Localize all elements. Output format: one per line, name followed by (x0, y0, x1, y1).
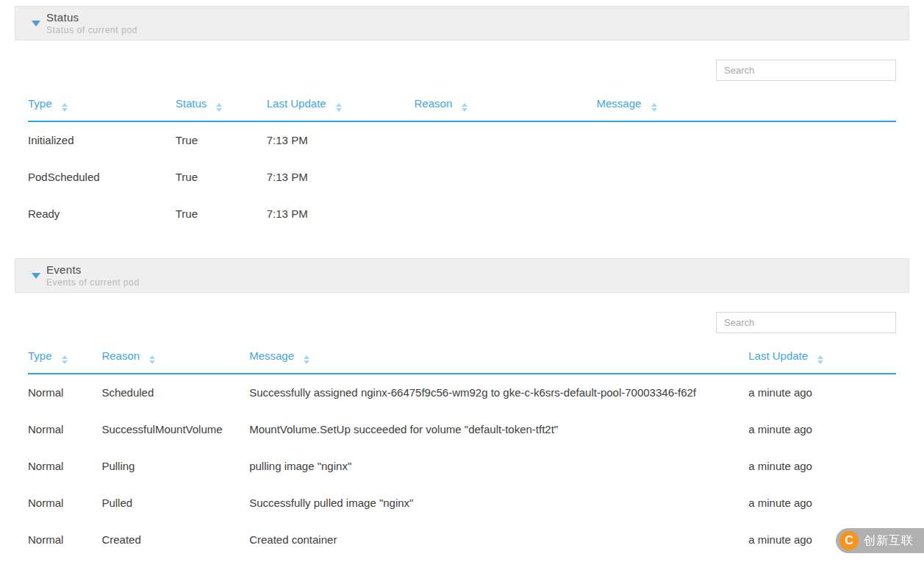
collapse-arrow-icon[interactable] (32, 21, 40, 26)
cell-message: Successfully pulled image "nginx" (249, 485, 748, 522)
table-row[interactable]: Normal Pulling pulling image "nginx" a m… (28, 448, 896, 485)
brand-icon: C (839, 531, 859, 550)
status-search-row (28, 60, 896, 81)
cell-reason (415, 196, 597, 232)
status-col-message[interactable]: Message (597, 97, 896, 121)
column-label: Type (28, 97, 52, 110)
table-row[interactable]: Normal SuccessfulMountVolume MountVolume… (28, 411, 896, 448)
column-label: Message (249, 349, 294, 362)
column-label: Reason (415, 97, 453, 110)
cell-message: MountVolume.SetUp succeeded for volume "… (249, 411, 748, 448)
cell-type: PodScheduled (28, 159, 176, 196)
sort-icon[interactable] (216, 103, 222, 112)
cell-last-update: a minute ago (748, 411, 896, 448)
status-table: Type Status Last Update Reason (28, 97, 896, 232)
brand-icon-letter: C (845, 534, 853, 547)
sort-icon[interactable] (304, 355, 309, 364)
cell-reason (415, 121, 597, 159)
column-label: Reason (101, 349, 140, 362)
watermark: C 创新互联 (836, 528, 924, 553)
cell-last-update: a minute ago (748, 558, 896, 562)
table-row[interactable]: Normal Scheduled Successfully assigned n… (28, 374, 896, 411)
cell-last-update: 7:13 PM (267, 196, 415, 232)
cell-message: Created container (249, 522, 748, 558)
cell-status: True (176, 196, 267, 232)
cell-type: Initialized (28, 121, 176, 159)
cell-type: Normal (28, 411, 101, 448)
status-col-last-update[interactable]: Last Update (267, 97, 415, 121)
events-search-row (28, 312, 896, 333)
status-panel-title: Status (46, 11, 137, 24)
sort-icon[interactable] (62, 103, 68, 112)
events-col-reason[interactable]: Reason (101, 349, 249, 374)
cell-type: Normal (28, 448, 101, 485)
events-col-type[interactable]: Type (28, 349, 101, 374)
events-panel-title: Events (46, 263, 140, 276)
status-table-header-row: Type Status Last Update Reason (28, 97, 896, 121)
cell-last-update: a minute ago (748, 374, 896, 411)
watermark-text: 创新互联 (864, 533, 914, 549)
cell-last-update: a minute ago (748, 485, 896, 522)
status-panel: Status Status of current pod Type Status (15, 6, 909, 250)
events-col-last-update[interactable]: Last Update (748, 349, 896, 374)
collapse-arrow-icon[interactable] (32, 273, 40, 279)
column-label: Message (597, 97, 642, 110)
cell-type: Normal (28, 522, 101, 558)
cell-message (597, 196, 896, 232)
cell-message: pulling image "nginx" (249, 448, 748, 485)
status-panel-subtitle: Status of current pod (46, 25, 137, 35)
events-table-header-row: Type Reason Message Last Update (28, 349, 896, 374)
events-col-message[interactable]: Message (249, 349, 748, 374)
column-label: Type (28, 349, 52, 362)
events-panel-header[interactable]: Events Events of current pod (15, 258, 909, 293)
status-panel-header[interactable]: Status Status of current pod (15, 6, 909, 40)
cell-reason: Pulling (101, 448, 249, 485)
column-label: Last Update (748, 349, 808, 362)
table-row[interactable]: Initialized True 7:13 PM (28, 121, 896, 159)
cell-status: True (176, 159, 267, 196)
cell-last-update: 7:13 PM (267, 159, 415, 196)
events-table: Type Reason Message Last Update (28, 349, 896, 562)
sort-icon[interactable] (462, 103, 468, 112)
status-col-reason[interactable]: Reason (415, 97, 597, 121)
cell-last-update: a minute ago (748, 448, 896, 485)
cell-type: Normal (28, 374, 101, 411)
cell-message (597, 121, 896, 159)
cell-type: Normal (28, 558, 101, 562)
cell-reason: Pulled (101, 485, 249, 522)
table-row[interactable]: Normal Started Started container a minut… (28, 558, 896, 562)
column-label: Last Update (267, 97, 326, 110)
events-panel: Events Events of current pod Type Reason (15, 258, 909, 562)
cell-reason: SuccessfulMountVolume (101, 411, 249, 448)
sort-icon[interactable] (336, 103, 342, 112)
cell-reason: Started (101, 558, 249, 562)
table-row[interactable]: Normal Created Created container a minut… (28, 522, 896, 558)
cell-last-update: 7:13 PM (267, 121, 415, 159)
table-row[interactable]: Ready True 7:13 PM (28, 196, 896, 232)
cell-type: Ready (28, 196, 176, 232)
cell-message (597, 159, 896, 196)
cell-message: Successfully assigned nginx-66475f9c56-w… (249, 374, 748, 411)
cell-type: Normal (28, 485, 101, 522)
sort-icon[interactable] (149, 355, 155, 364)
events-panel-body: Type Reason Message Last Update (15, 293, 909, 562)
column-label: Status (176, 97, 207, 110)
sort-icon[interactable] (817, 355, 823, 364)
events-search-input[interactable] (716, 312, 896, 333)
status-col-status[interactable]: Status (176, 97, 267, 121)
cell-reason (415, 159, 597, 196)
status-col-type[interactable]: Type (28, 97, 176, 121)
cell-reason: Scheduled (101, 374, 249, 411)
table-row[interactable]: Normal Pulled Successfully pulled image … (28, 485, 896, 522)
sort-icon[interactable] (651, 103, 657, 112)
status-panel-body: Type Status Last Update Reason (15, 40, 909, 250)
status-search-input[interactable] (716, 60, 896, 81)
table-row[interactable]: PodScheduled True 7:13 PM (28, 159, 896, 196)
cell-reason: Created (101, 522, 249, 558)
cell-message: Started container (249, 558, 748, 562)
events-panel-subtitle: Events of current pod (46, 277, 140, 288)
cell-status: True (176, 121, 267, 159)
sort-icon[interactable] (62, 355, 68, 364)
